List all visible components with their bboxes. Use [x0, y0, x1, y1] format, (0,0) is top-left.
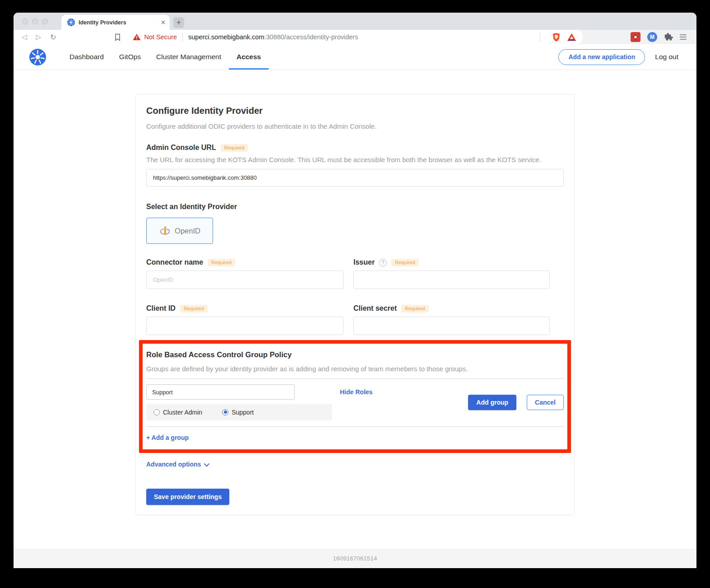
page-title: Configure Identity Provider — [146, 106, 564, 116]
toolbar-extensions: M — [583, 30, 696, 44]
nav-item-gitops[interactable]: GitOps — [111, 44, 148, 70]
nav-item-dashboard[interactable]: Dashboard — [62, 44, 111, 70]
admin-console-url-label: Admin Console URL — [146, 144, 216, 152]
window-controls — [14, 14, 56, 29]
extensions-puzzle-icon[interactable] — [664, 33, 673, 42]
bat-token-icon[interactable] — [567, 33, 576, 42]
required-badge: Required — [180, 305, 208, 313]
page-subtitle: Configure additional ODIC providers to a… — [146, 122, 564, 130]
add-group-button[interactable]: Add group — [468, 395, 516, 410]
footer-timestamp: 1609167061514 — [333, 555, 377, 562]
security-chip[interactable]: Not Secure — [133, 33, 177, 41]
add-a-group-link[interactable]: + Add a group — [146, 434, 189, 441]
kubernetes-logo-icon — [29, 49, 46, 65]
brave-shield-icon[interactable] — [552, 33, 561, 42]
browser-tab[interactable]: Identity Providers × — [61, 15, 170, 30]
profile-avatar[interactable]: M — [647, 32, 657, 42]
menu-icon[interactable] — [680, 34, 687, 40]
rbac-section-subtitle: Groups are defined by your identity prov… — [146, 365, 564, 373]
hide-roles-link[interactable]: Hide Roles — [340, 388, 372, 396]
select-provider-label: Select an Identity Provider — [146, 203, 564, 211]
new-tab-button[interactable]: + — [173, 17, 184, 28]
role-radio-support[interactable]: Support — [222, 409, 254, 416]
tab-close-icon[interactable]: × — [161, 19, 165, 26]
connector-name-input[interactable] — [146, 271, 343, 289]
nav-item-cluster-management[interactable]: Cluster Management — [148, 44, 229, 70]
client-id-input[interactable] — [146, 317, 343, 335]
client-id-label: Client ID — [146, 304, 176, 313]
reload-icon[interactable]: ↻ — [50, 33, 56, 42]
save-provider-settings-button[interactable]: Save provider settings — [146, 489, 229, 505]
browser-window: Identity Providers × + ◁ ▷ ↻ Not Secure … — [14, 13, 696, 568]
url-text: superci.somebigbank.com:30880/access/ide… — [188, 33, 358, 41]
warning-triangle-icon — [133, 33, 141, 41]
divider — [182, 33, 183, 41]
roles-panel: Cluster Admin Support — [146, 404, 332, 420]
add-new-application-button[interactable]: Add a new application — [558, 49, 645, 65]
issuer-label: Issuer — [353, 258, 375, 266]
kubernetes-favicon-icon — [67, 19, 75, 26]
advanced-options-label: Advanced options — [146, 461, 201, 468]
radio-icon[interactable] — [153, 409, 160, 415]
back-icon[interactable]: ◁ — [22, 33, 27, 41]
required-badge: Required — [208, 259, 235, 266]
openid-label: OpenID — [175, 227, 200, 235]
issuer-input[interactable] — [353, 271, 550, 289]
close-window-button[interactable] — [22, 19, 28, 24]
openid-provider-button[interactable]: OpenID — [146, 218, 213, 244]
extension-icon[interactable] — [631, 32, 640, 42]
annotation-rectangle: Role Based Access Control Group Policy G… — [139, 340, 571, 453]
client-secret-input[interactable] — [353, 317, 550, 335]
logout-link[interactable]: Log out — [655, 53, 678, 61]
url-host: superci.somebigbank.com — [188, 33, 264, 41]
tab-title: Identity Providers — [79, 19, 158, 26]
minimize-window-button[interactable] — [32, 19, 38, 24]
configure-identity-provider-card: Configure Identity Provider Configure ad… — [135, 94, 575, 515]
bookmark-icon[interactable] — [114, 33, 121, 41]
openid-logo-icon — [159, 225, 171, 237]
url-path: :30880/access/identity-providers — [265, 33, 358, 41]
connector-name-label: Connector name — [146, 258, 203, 266]
role-radio-cluster-admin[interactable]: Cluster Admin — [153, 409, 202, 416]
browser-toolbar: ◁ ▷ ↻ Not Secure superci.somebigbank.com… — [14, 30, 696, 44]
page-footer: 1609167061514 — [14, 549, 696, 568]
required-badge: Required — [401, 305, 429, 313]
address-bar[interactable]: ◁ ▷ ↻ Not Secure superci.somebigbank.com… — [14, 30, 583, 44]
required-badge: Required — [391, 259, 419, 266]
role-label: Support — [232, 409, 254, 416]
main-nav: Dashboard GitOps Cluster Management Acce… — [62, 44, 269, 70]
client-secret-label: Client secret — [353, 304, 397, 313]
cancel-button[interactable]: Cancel — [527, 395, 564, 410]
divider — [146, 426, 564, 427]
group-editor-row: Cluster Admin Support Hide Roles Add gro… — [146, 384, 564, 420]
tab-bar: Identity Providers × + — [14, 13, 696, 30]
role-label: Cluster Admin — [163, 409, 202, 416]
nav-item-access[interactable]: Access — [229, 44, 269, 70]
required-badge: Required — [221, 144, 248, 152]
divider — [146, 378, 564, 379]
app-header: Dashboard GitOps Cluster Management Acce… — [14, 44, 696, 70]
advanced-options-toggle[interactable]: Advanced options — [146, 461, 564, 468]
chevron-down-icon — [204, 461, 210, 467]
forward-icon[interactable]: ▷ — [36, 33, 42, 41]
security-label: Not Secure — [144, 33, 177, 41]
admin-console-url-description: The URL for accessing the KOTS Admin Con… — [146, 156, 564, 163]
rbac-section-title: Role Based Access Control Group Policy — [146, 350, 564, 359]
maximize-window-button[interactable] — [42, 19, 48, 24]
group-name-input[interactable] — [146, 384, 295, 400]
radio-icon[interactable] — [222, 409, 228, 415]
admin-console-url-input[interactable] — [146, 169, 564, 187]
main-content: Configure Identity Provider Configure ad… — [14, 70, 696, 549]
help-icon[interactable]: ? — [379, 259, 387, 266]
divider — [540, 33, 540, 41]
